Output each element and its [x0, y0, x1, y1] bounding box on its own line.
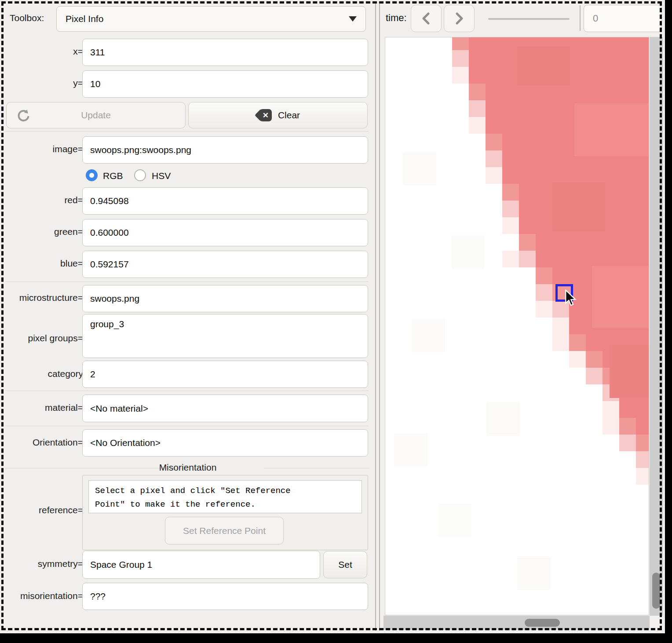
edge-transition-pixel — [636, 435, 649, 451]
reference-label: reference= — [4, 505, 83, 515]
separator — [5, 391, 369, 391]
red-input[interactable]: 0.945098 — [82, 187, 368, 215]
edge-transition-pixel — [586, 368, 603, 384]
edge-transition-pixel — [619, 435, 636, 451]
edge-transition-pixel — [469, 100, 486, 117]
green-input[interactable]: 0.600000 — [82, 219, 368, 246]
panel-splitter[interactable] — [375, 4, 376, 631]
texture-noise — [517, 46, 570, 86]
blue-input[interactable]: 0.592157 — [82, 251, 368, 278]
hsv-radio[interactable] — [134, 169, 146, 181]
edge-transition-pixel — [536, 267, 552, 284]
toolbox-select[interactable]: Pixel Info — [56, 6, 366, 32]
time-slider[interactable] — [488, 18, 570, 20]
panel-splitter[interactable] — [379, 4, 380, 631]
edge-transition-pixel — [586, 351, 603, 368]
screenshot-root: Toolbox: Pixel Info x= 311 y= 10 Update … — [0, 0, 672, 643]
rgb-radio-label: RGB — [103, 171, 123, 181]
red-region-row — [502, 167, 649, 184]
edge-transition-pixel — [552, 334, 569, 351]
microstructure-input[interactable]: swoops.png — [82, 285, 368, 312]
edge-transition-pixel — [502, 184, 519, 201]
horizontal-scrollbar-track[interactable] — [383, 616, 650, 630]
edge-transition-pixel — [603, 418, 619, 435]
category-label: category — [4, 369, 83, 379]
chevron-down-icon — [349, 16, 357, 22]
texture-noise — [574, 103, 649, 156]
material-input[interactable]: <No material> — [82, 395, 368, 422]
texture-noise — [451, 235, 485, 269]
texture-noise — [610, 345, 649, 398]
edge-transition-pixel — [569, 351, 586, 368]
time-next-button[interactable] — [444, 5, 475, 32]
edge-transition-pixel — [636, 451, 649, 468]
edge-transition-pixel — [619, 418, 636, 435]
edge-transition-pixel — [452, 67, 469, 84]
edge-transition-pixel — [486, 150, 502, 167]
image-canvas[interactable] — [385, 37, 649, 615]
symmetry-input[interactable]: Space Group 1 — [82, 551, 320, 579]
time-label: time: — [386, 12, 407, 24]
symmetry-set-label: Set — [338, 559, 352, 570]
edge-transition-pixel — [486, 134, 502, 150]
y-label: y= — [4, 78, 83, 88]
red-region-row — [486, 84, 649, 100]
edge-transition-pixel — [519, 251, 536, 267]
vertical-scrollbar-thumb[interactable] — [652, 573, 660, 609]
image-input[interactable]: swoops.png:swoops.png — [82, 136, 368, 164]
microstructure-label: microstructure= — [4, 292, 83, 303]
texture-noise — [438, 504, 471, 537]
edge-transition-pixel — [502, 217, 519, 234]
red-label: red= — [4, 195, 83, 205]
refresh-icon — [16, 109, 30, 123]
orientation-input[interactable]: <No Orientation> — [82, 429, 368, 457]
misorientation-section-title: Misorientation — [4, 462, 372, 473]
clear-icon: ✕ — [256, 109, 272, 121]
pixel-groups-label: pixel groups= — [4, 333, 83, 343]
hsv-radio-label: HSV — [152, 171, 171, 181]
texture-noise — [592, 266, 649, 328]
y-input[interactable]: 10 — [82, 70, 368, 98]
edge-transition-pixel — [519, 234, 536, 251]
texture-noise — [403, 152, 436, 185]
toolbox-label: Toolbox: — [10, 13, 44, 23]
symmetry-set-button[interactable]: Set — [323, 551, 367, 578]
update-label: Update — [81, 110, 111, 121]
edge-transition-pixel — [502, 251, 519, 267]
symmetry-label: symmetry= — [4, 559, 83, 569]
texture-noise — [552, 183, 605, 231]
scrollbar-corner — [650, 616, 663, 630]
orientation-label: Orientation= — [4, 437, 83, 448]
update-button[interactable]: Update — [6, 102, 186, 128]
clear-button[interactable]: ✕ Clear — [188, 102, 368, 128]
edge-transition-pixel — [452, 50, 469, 67]
reference-textbox: Select a pixel and click "Set Reference … — [88, 480, 362, 513]
category-input[interactable]: 2 — [82, 361, 368, 388]
set-reference-point-label: Set Reference Point — [183, 526, 266, 536]
misorientation-label: misorientation= — [4, 591, 83, 601]
edge-transition-pixel — [536, 301, 552, 318]
time-input[interactable]: 0 — [584, 5, 662, 32]
red-region-row — [619, 401, 649, 418]
chevron-right-icon — [453, 12, 465, 25]
blue-label: blue= — [4, 258, 83, 269]
misorientation-input[interactable]: ??? — [82, 583, 368, 610]
edge-transition-pixel — [603, 401, 619, 418]
time-prev-button[interactable] — [411, 5, 442, 32]
toolbox-selected-value: Pixel Info — [66, 14, 103, 24]
material-label: material= — [4, 402, 83, 413]
rgb-radio[interactable] — [86, 169, 98, 181]
pixel-groups-input[interactable]: group_3 — [82, 314, 368, 358]
x-input[interactable]: 311 — [82, 39, 368, 66]
edge-transition-pixel — [569, 334, 586, 351]
edge-transition-pixel — [452, 37, 469, 50]
separator — [5, 131, 369, 132]
green-label: green= — [4, 227, 83, 237]
vertical-scrollbar-track[interactable] — [650, 37, 663, 616]
edge-transition-pixel — [536, 284, 552, 301]
edge-transition-pixel — [636, 468, 649, 485]
edge-transition-pixel — [552, 318, 569, 334]
separator — [5, 426, 369, 426]
horizontal-scrollbar-thumb[interactable] — [525, 619, 560, 627]
set-reference-point-button[interactable]: Set Reference Point — [165, 517, 284, 544]
